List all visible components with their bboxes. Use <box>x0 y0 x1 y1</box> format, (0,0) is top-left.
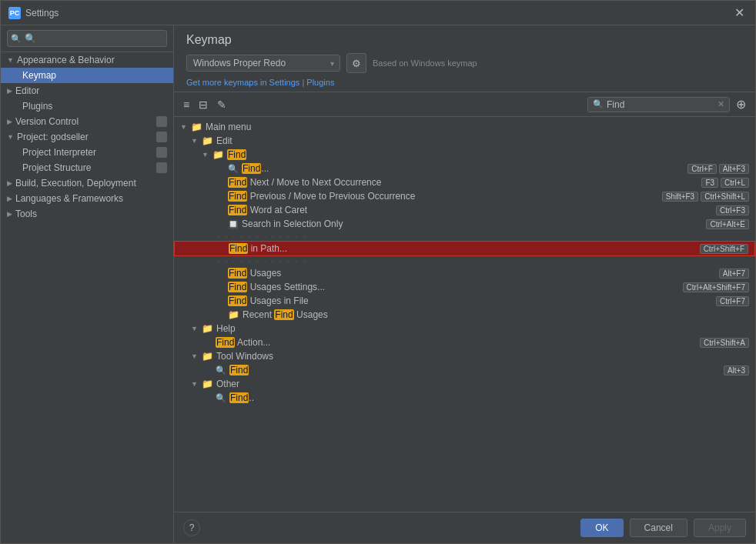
shortcut-find-usages: Alt+F7 <box>719 269 749 279</box>
node-label-find-in-path: Find in Path... <box>229 243 700 254</box>
plugins-link[interactable]: Plugins <box>306 78 334 87</box>
node-icon-find-dots: 🔍 <box>228 164 239 174</box>
shortcut-find-in-path: Ctrl+Shift+F <box>700 244 748 254</box>
main-header: Keymap Windows Proper Redo Windows Mac O… <box>174 25 755 92</box>
app-icon: PC <box>8 7 21 19</box>
expand-search-button[interactable]: ⊕ <box>733 95 749 113</box>
sidebar-item-project-interpreter-label: Project Interpreter <box>22 147 96 158</box>
sidebar-item-tools[interactable]: ▶ Tools <box>1 206 173 222</box>
tree-node-search-selection[interactable]: ▶ 🔲 Search in Selection Only Ctrl+Alt+E <box>174 217 755 231</box>
shortcut-find-next: F3 Ctrl+L <box>701 178 749 188</box>
tree-node-find-usages-settings[interactable]: ▶ Find Usages Settings... Ctrl+Alt+Shift… <box>174 280 755 294</box>
collapse-all-button[interactable]: ⊟ <box>196 97 211 112</box>
sidebar-item-project-structure[interactable]: Project Structure <box>1 160 173 175</box>
node-label-edit: Edit <box>216 135 232 146</box>
tree-node-find-tool-window[interactable]: ▶ 🔍 Find Alt+3 <box>174 363 755 377</box>
node-label-search-selection: Search in Selection Only <box>242 219 706 229</box>
sidebar-item-build[interactable]: ▶ Build, Execution, Deployment <box>1 175 173 191</box>
search-box-icon: 🔍 <box>593 99 604 109</box>
sidebar-item-project[interactable]: ▼ Project: godseller <box>1 129 173 145</box>
sidebar-item-build-label: Build, Execution, Deployment <box>15 178 136 189</box>
vc-badge <box>156 116 167 127</box>
arrow-other: ▼ <box>191 380 200 388</box>
sidebar-item-languages-label: Languages & Frameworks <box>15 193 123 204</box>
dialog-title: Settings <box>25 8 731 18</box>
node-icon-edit: 📁 <box>202 135 213 146</box>
keymap-search-input[interactable] <box>607 99 714 110</box>
keymap-select-wrap: Windows Proper Redo Windows Mac OS X Def… <box>186 55 340 72</box>
tree-node-find-usages[interactable]: ▶ Find Usages Alt+F7 <box>174 266 755 280</box>
tree-node-main-menu[interactable]: ▼ 📁 Main menu <box>174 120 755 134</box>
tree-node-other[interactable]: ▼ 📁 Other <box>174 377 755 391</box>
clear-search-button[interactable]: ✕ <box>718 99 724 109</box>
sidebar-item-editor[interactable]: ▶ Editor <box>1 83 173 98</box>
node-label-find-word: Find Word at Caret <box>228 205 716 215</box>
node-icon-search-selection: 🔲 <box>228 219 239 229</box>
node-label-help: Help <box>216 323 236 334</box>
tree-node-find-action[interactable]: ▶ Find Action... Ctrl+Shift+A <box>174 335 755 349</box>
sidebar-item-plugins-label: Plugins <box>22 101 52 112</box>
node-label-find-next: Find Next / Move to Next Occurrence <box>228 177 701 188</box>
tree-node-edit[interactable]: ▼ 📁 Edit <box>174 134 755 148</box>
tree-node-find-next[interactable]: ▶ Find Next / Move to Next Occurrence F3… <box>174 175 755 189</box>
tree-node-find-folder[interactable]: ▼ 📁 Find <box>174 148 755 162</box>
separator-1: - - - - - - - - - - - - <box>174 231 755 241</box>
sidebar-item-appearance[interactable]: ▼ Appearance & Behavior <box>1 52 173 68</box>
keymap-links: Get more keymaps in Settings | Plugins <box>186 78 743 87</box>
help-button[interactable]: ? <box>183 519 200 536</box>
cancel-button[interactable]: Cancel <box>630 519 687 537</box>
node-label-find-other: Find.. <box>229 392 749 403</box>
node-label-tool-windows: Tool Windows <box>216 351 273 362</box>
sidebar-item-tools-label: Tools <box>15 209 37 219</box>
arrow-main-menu: ▼ <box>180 123 189 131</box>
arrow-edit: ▼ <box>191 137 200 145</box>
expand-arrow-editor: ▶ <box>7 87 12 95</box>
sidebar-item-version-control[interactable]: ▶ Version Control <box>1 114 173 129</box>
sidebar-search-wrap: 🔍 <box>7 30 167 47</box>
tree-node-find-in-path[interactable]: ▶ Find in Path... Ctrl+Shift+F <box>174 241 755 256</box>
structure-badge <box>156 162 167 173</box>
tree-node-find-usages-file[interactable]: ▶ Find Usages in File Ctrl+F7 <box>174 294 755 308</box>
tree-node-help[interactable]: ▼ 📁 Help <box>174 322 755 335</box>
tree-node-recent-find-usages[interactable]: ▶ 📁 Recent Find Usages <box>174 308 755 322</box>
tree-node-find-dots[interactable]: ▶ 🔍 Find... Ctrl+F Alt+F3 <box>174 162 755 175</box>
sidebar-item-vc-label: Version Control <box>15 116 79 127</box>
node-label-find-action: Find Action... <box>216 337 700 348</box>
node-label-find-usages-file: Find Usages in File <box>228 295 716 306</box>
node-icon-find-folder: 📁 <box>212 149 224 160</box>
sidebar-item-project-interpreter[interactable]: Project Interpreter <box>1 145 173 160</box>
node-icon-recent: 📁 <box>228 309 239 320</box>
shortcut-find-prev: Shift+F3 Ctrl+Shift+L <box>662 192 749 202</box>
node-icon-help: 📁 <box>202 323 213 334</box>
sidebar-item-appearance-label: Appearance & Behavior <box>17 55 115 65</box>
node-label-find-dots: Find... <box>242 163 687 174</box>
sidebar-item-project-label: Project: godseller <box>17 132 89 142</box>
ok-button[interactable]: OK <box>580 519 623 537</box>
tree-node-find-other[interactable]: ▶ 🔍 Find.. <box>174 391 755 405</box>
node-label-find-tool: Find <box>229 365 724 375</box>
search-box: 🔍 ✕ <box>587 97 730 112</box>
expand-all-button[interactable]: ≡ <box>180 97 192 112</box>
shortcut-find-tool: Alt+3 <box>724 365 749 375</box>
keymap-gear-button[interactable]: ⚙ <box>346 53 366 73</box>
search-icon: 🔍 <box>11 34 22 44</box>
sidebar-item-plugins[interactable]: Plugins <box>1 98 173 114</box>
tree-node-find-word[interactable]: ▶ Find Word at Caret Ctrl+F3 <box>174 203 755 217</box>
tree-node-tool-windows[interactable]: ▼ 📁 Tool Windows <box>174 349 755 363</box>
edit-shortcut-button[interactable]: ✎ <box>214 97 229 112</box>
sidebar-search-input[interactable] <box>7 30 167 47</box>
get-more-keymaps-link[interactable]: Get more keymaps in Settings <box>186 78 299 87</box>
node-icon-main-menu: 📁 <box>191 122 202 132</box>
keymap-select[interactable]: Windows Proper Redo Windows Mac OS X Def… <box>186 55 340 72</box>
tree-toolbar: ≡ ⊟ ✎ 🔍 ✕ ⊕ <box>174 92 755 117</box>
node-icon-find-other: 🔍 <box>216 393 226 403</box>
sidebar-item-languages[interactable]: ▶ Languages & Frameworks <box>1 191 173 206</box>
apply-button[interactable]: Apply <box>694 519 746 537</box>
sidebar-item-keymap-label: Keymap <box>22 70 56 81</box>
close-button[interactable]: ✕ <box>731 5 748 20</box>
shortcut-find-action: Ctrl+Shift+A <box>700 338 749 348</box>
sidebar-item-keymap[interactable]: Keymap <box>1 68 173 83</box>
expand-arrow-languages: ▶ <box>7 195 12 202</box>
tree-node-find-prev[interactable]: ▶ Find Previous / Move to Previous Occur… <box>174 189 755 203</box>
sidebar: 🔍 ▼ Appearance & Behavior Keymap ▶ Edito… <box>1 25 174 543</box>
